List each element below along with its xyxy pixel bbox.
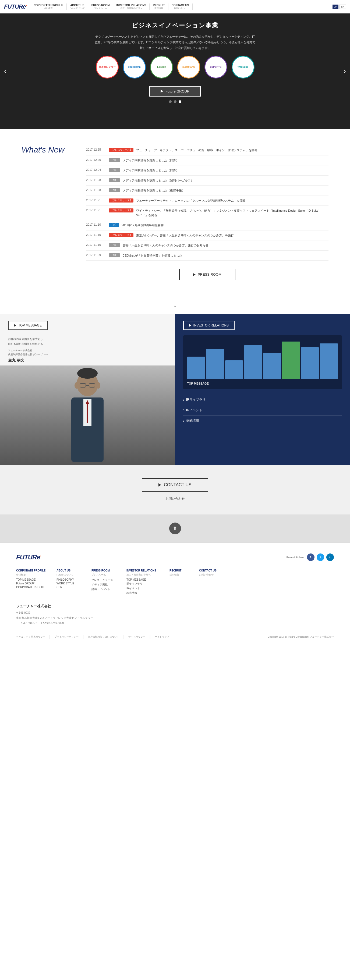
whats-new-title: What's New bbox=[22, 145, 75, 280]
hero-right-arrow[interactable]: › bbox=[344, 67, 346, 76]
nav-item-investor-relations[interactable]: INVESTOR RELATIONS 株主・投資家の皆様へ bbox=[113, 3, 150, 10]
news-item[interactable]: 2017.11.21 【プレスリリース】 フューチャーアーキテクト、ローソンの「… bbox=[86, 196, 328, 206]
ir-chart-area: TOP MESSAGE bbox=[183, 336, 342, 389]
news-text: 東京カレンダー、書籍「人生を切り拓く人のチャンスのつかみ方」を発行 bbox=[136, 233, 234, 238]
footer-link-work-style[interactable]: WORK STYLE bbox=[57, 582, 83, 585]
footer-col-contact: CONTACT US お問い合わせ bbox=[199, 569, 226, 596]
ir-link-arrow: › bbox=[183, 418, 185, 423]
bar-4 bbox=[244, 345, 262, 379]
nav-item-corporate-profile[interactable]: CORPORATE PROFILE 会社概要 bbox=[30, 3, 67, 10]
hero-left-arrow[interactable]: ‹ bbox=[4, 67, 6, 76]
ir-link-arrow: › bbox=[183, 397, 185, 402]
top-message-header: TOP MESSAGE bbox=[0, 314, 175, 334]
future-group-button[interactable]: Future GROUP bbox=[149, 86, 201, 97]
logo-badge-trexedge[interactable]: TrexEdge bbox=[232, 56, 255, 78]
news-item[interactable]: 2017.12.25 【プレスリリース】 フューチャーアーキテクト、スーパーバリ… bbox=[86, 145, 328, 156]
ir-top-msg-label: TOP MESSAGE bbox=[187, 382, 338, 385]
footer-col-ir: INVESTOR RELATIONS 株主・投資家の皆様へ TOP MESSAG… bbox=[126, 569, 161, 596]
news-item[interactable]: 2017.12.20 【PR】 メディア掲載情報を更新しました（財界） bbox=[86, 156, 328, 165]
news-date: 2017.12.25 bbox=[86, 148, 106, 151]
legal-sep: | bbox=[83, 635, 84, 639]
twitter-button[interactable]: t bbox=[317, 554, 324, 561]
news-text: CEO金丸が「財界賞特別賞」を受賞しました bbox=[123, 253, 182, 258]
news-badge-pr: 【PR】 bbox=[109, 253, 120, 258]
legal-link-personal-info[interactable]: 個人情報の取り扱いについて bbox=[88, 635, 119, 639]
footer-link-ir-top-msg[interactable]: TOP MESSAGE bbox=[126, 578, 161, 581]
top-message-button[interactable]: TOP MESSAGE bbox=[8, 321, 48, 330]
nav-item-recruit[interactable]: RECRUIT 採用情報 bbox=[150, 3, 168, 10]
legal-link-privacy[interactable]: プライバシーポリシー bbox=[54, 635, 78, 639]
ir-link-event[interactable]: › IRイベント bbox=[183, 405, 342, 415]
play-icon-contact bbox=[159, 483, 161, 487]
footer-logo[interactable]: FUTURe• bbox=[16, 554, 41, 561]
hero-section: ‹ ビジネスイノベーション事業 テクノロジーをベースとしたビジネスを展開してきた… bbox=[0, 13, 350, 129]
dot-3[interactable] bbox=[179, 100, 181, 103]
facebook-button[interactable]: f bbox=[307, 554, 315, 561]
news-item[interactable]: 2017.11.10 【IR】 2017年12月期 第3四半期報告書 bbox=[86, 220, 328, 231]
footer-link-events[interactable]: 講演・イベント bbox=[91, 587, 118, 591]
footer-link-corporate-profile[interactable]: CORPORATE PROFILE bbox=[16, 586, 48, 589]
social-links: Share & Follow f t in bbox=[285, 554, 334, 561]
ir-content: INVESTOR RELATIONS TOP MESSAGE bbox=[175, 314, 350, 465]
footer-col-press: PRESS ROOM プレスルーム プレス・ニュース メディア掲載 講演・イベン… bbox=[91, 569, 118, 596]
footer-link-ir-events[interactable]: IRイベント bbox=[126, 587, 161, 590]
social-label: Share & Follow bbox=[285, 556, 304, 559]
contact-us-button[interactable]: CONTACT US bbox=[142, 478, 208, 492]
section-separator: ⌄ bbox=[0, 296, 350, 314]
legal-link-sitemap[interactable]: サイトマップ bbox=[155, 635, 169, 639]
back-to-top-button[interactable]: ⇧ bbox=[169, 523, 181, 535]
lang-jp-button[interactable]: JP bbox=[332, 5, 339, 9]
play-icon-ir bbox=[189, 324, 191, 327]
news-item[interactable]: 2017.11.28 【PR】 メディア掲載情報を更新しました（投資手帳） bbox=[86, 186, 328, 196]
logo[interactable]: FUTURe• bbox=[4, 3, 26, 10]
footer-col-title: PRESS ROOM bbox=[91, 569, 118, 572]
legal-link-security[interactable]: セキュリティ基本ポリシー bbox=[16, 635, 45, 639]
news-item[interactable]: 2017.12.04 【PR】 メディア掲載情報を更新しました（財界） bbox=[86, 165, 328, 176]
news-text: メディア掲載情報を更新しました（週刊バーゴルフ） bbox=[123, 178, 194, 183]
footer-link-ir-stock[interactable]: 株式情報 bbox=[126, 591, 161, 595]
news-item[interactable]: 2017.11.28 【PR】 メディア掲載情報を更新しました（週刊バーゴルフ） bbox=[86, 176, 328, 186]
footer-link-media[interactable]: メディア掲載 bbox=[91, 583, 118, 587]
bar-1 bbox=[187, 356, 205, 379]
news-item[interactable]: 2017.11.21 【プレスリリース】 ワイ・ディ・シー、「無形資産（知識、ノ… bbox=[86, 206, 328, 220]
legal-sep: | bbox=[49, 635, 50, 639]
news-date: 2017.11.28 bbox=[86, 178, 106, 181]
logo-badge-laiblitz[interactable]: LaiBlitz bbox=[150, 56, 173, 78]
nav-item-contact-us[interactable]: CONTACT US お問い合わせ bbox=[169, 3, 192, 10]
dot-2[interactable] bbox=[174, 100, 177, 103]
back-to-top-section: ⇧ bbox=[0, 514, 350, 542]
nav-item-press-room[interactable]: PRESS ROOM プレスルーム bbox=[88, 3, 113, 10]
footer-link-philosophy[interactable]: PHILOSOPHY bbox=[57, 578, 83, 581]
news-text: ワイ・ディ・シー、「無形資産（知識、ノウハウ、能力）」マネジメント支援ソフトウェ… bbox=[136, 208, 328, 217]
ceo-title: フューチャー株式会社 代表取締役会長兼社長 グループCEO bbox=[8, 348, 167, 357]
footer-link-press-news[interactable]: プレス・ニュース bbox=[91, 578, 118, 582]
footer-link-future-group[interactable]: Future GROUP bbox=[16, 582, 48, 585]
logo-badge-esports[interactable]: eSPORTS bbox=[204, 56, 228, 78]
contact-section: CONTACT US お問い合わせ bbox=[0, 465, 350, 514]
logo-badge-matchfarm[interactable]: matchfarm bbox=[177, 56, 200, 78]
news-text: メディア掲載情報を更新しました（投資手帳） bbox=[123, 188, 185, 193]
footer-link-top-message[interactable]: TOP MESSAGE bbox=[16, 578, 48, 581]
logo-badge-codecamp[interactable]: CodeCamp bbox=[123, 56, 146, 78]
footer-col-recruit: RECRUIT 採用情報 bbox=[170, 569, 191, 596]
news-item[interactable]: 2017.11.10 【PR】 書籍「人生を切り拓く人のチャンスのつかみ方」発行… bbox=[86, 240, 328, 251]
news-item[interactable]: 2017.11.09 【PR】 CEO金丸が「財界賞特別賞」を受賞しました bbox=[86, 251, 328, 261]
ir-chart-bars bbox=[187, 342, 338, 379]
footer-col-title: INVESTOR RELATIONS bbox=[126, 569, 161, 572]
footer-link-csr[interactable]: CSR bbox=[57, 586, 83, 589]
ir-link-library[interactable]: › IRライブラリ bbox=[183, 395, 342, 405]
news-date: 2017.11.21 bbox=[86, 208, 106, 212]
lang-en-button[interactable]: EN bbox=[339, 5, 346, 9]
news-item[interactable]: 2017.11.10 【プレスリリース】 東京カレンダー、書籍「人生を切り拓く人… bbox=[86, 231, 328, 241]
linkedin-button[interactable]: in bbox=[326, 554, 334, 561]
ir-link-stock[interactable]: › 株式情報 bbox=[183, 415, 342, 426]
footer-link-ir-library[interactable]: IRライブラリ bbox=[126, 582, 161, 586]
news-text: メディア掲載情報を更新しました（財界） bbox=[123, 158, 179, 163]
dot-1[interactable] bbox=[169, 100, 172, 103]
legal-link-site-policy[interactable]: サイトポリシー bbox=[128, 635, 145, 639]
nav-item-about-us[interactable]: ABOUT US Futureについて bbox=[67, 3, 88, 10]
investor-relations-button[interactable]: INVESTOR RELATIONS bbox=[183, 321, 235, 330]
logo-badge-tokyo-calendar[interactable]: 東京カレンダー bbox=[96, 56, 119, 78]
press-room-button[interactable]: PRESS ROOM bbox=[179, 269, 235, 280]
news-text: 書籍「人生を切り拓く人のチャンスのつかみ方」発行のお知らせ bbox=[123, 243, 208, 248]
